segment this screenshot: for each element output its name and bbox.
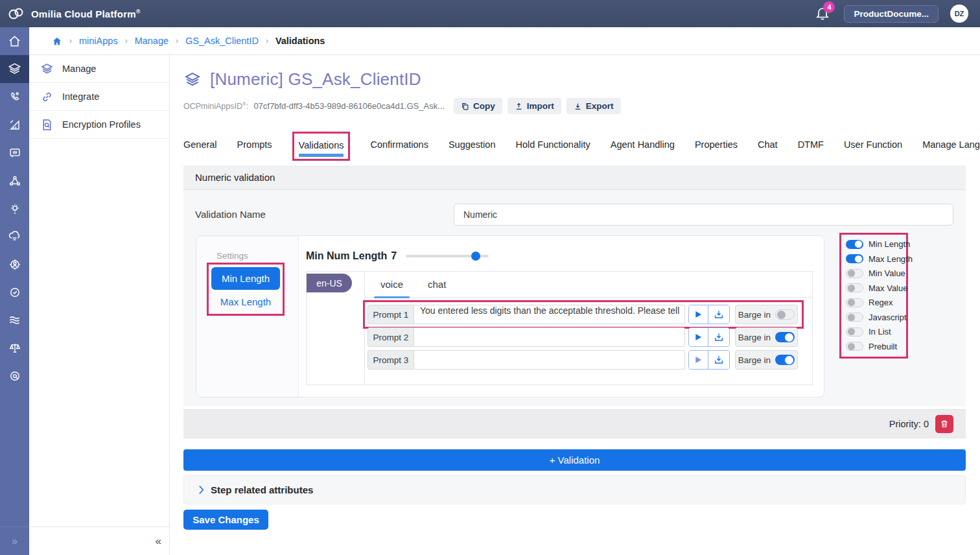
annotation-box-settings: Min Length Max Length — [207, 263, 285, 316]
barge-in-toggle-1[interactable] — [775, 309, 795, 320]
regex-toggle[interactable] — [846, 298, 863, 307]
sidebar-quality-badge-icon[interactable] — [0, 278, 29, 306]
sidebar-expand-button[interactable]: » — [0, 526, 29, 555]
prompt-3-chip: Prompt 3 — [368, 350, 414, 370]
annotation-box-validation-types: Min Length Max Length Min Value Max Valu… — [839, 233, 908, 359]
play-button[interactable] — [689, 351, 708, 369]
download-audio-button[interactable] — [708, 328, 729, 346]
sidebar-feedback-icon[interactable] — [0, 139, 29, 167]
brand-title: Omilia Cloud Platform® — [31, 8, 141, 19]
tab-dtmf[interactable]: DTMF — [798, 132, 824, 150]
prompt-2-input[interactable] — [414, 327, 685, 347]
upload-icon — [515, 102, 523, 111]
toggle-label: Max Value — [869, 283, 907, 293]
max-value-toggle[interactable] — [846, 283, 863, 292]
breadcrumb-home-icon[interactable] — [52, 36, 62, 46]
breadcrumb-link-miniapps[interactable]: miniApps — [79, 36, 118, 46]
tab-chat[interactable]: Chat — [758, 132, 778, 150]
sidebar-dialing-icon[interactable] — [0, 83, 29, 111]
sidebar-item-integrate[interactable]: Integrate — [29, 83, 169, 111]
sidebar-collapse-button[interactable]: « — [29, 526, 169, 555]
tab-voice[interactable]: voice — [380, 272, 403, 298]
import-button[interactable]: Import — [508, 98, 561, 114]
tab-validations[interactable]: Validations — [299, 140, 344, 150]
breadcrumb: › miniApps › Manage › GS_Ask_ClientID › … — [52, 36, 325, 46]
download-audio-button[interactable] — [708, 305, 729, 324]
tab-suggestion[interactable]: Suggestion — [449, 132, 496, 150]
sidebar-compliance-scale-icon[interactable] — [0, 334, 29, 362]
notifications-button[interactable]: 4 — [815, 5, 832, 22]
validation-name-input[interactable] — [454, 204, 953, 226]
min-value-toggle[interactable] — [846, 269, 863, 278]
account-button[interactable]: ProductDocume... — [844, 5, 939, 23]
min-num-length-slider[interactable] — [406, 252, 489, 261]
sidebar-item-encryption-profiles[interactable]: Encryption Profiles — [29, 111, 169, 139]
tab-general[interactable]: General — [183, 132, 217, 150]
toggle-row-regex: Regex — [846, 298, 902, 307]
sidebar-admin-settings-icon[interactable] — [0, 250, 29, 278]
active-tab-indicator — [299, 154, 344, 157]
sidebar-insights-icon[interactable] — [0, 195, 29, 222]
expand-chevrons-icon: » — [12, 536, 18, 547]
prompt-row-2: Prompt 2 — [368, 327, 798, 347]
play-button[interactable] — [689, 305, 708, 324]
toggle-row-min-length: Min Length — [846, 239, 902, 249]
barge-in-label: Barge in — [738, 310, 771, 320]
breadcrumb-link-miniapp[interactable]: GS_Ask_ClientID — [185, 36, 259, 46]
delete-validation-button[interactable] — [935, 415, 953, 433]
tab-properties[interactable]: Properties — [695, 132, 738, 150]
tab-validations-annotated[interactable]: Validations — [292, 132, 351, 161]
prompt-3-input[interactable] — [414, 350, 685, 370]
export-button[interactable]: Export — [566, 98, 621, 114]
tab-hold-functionality[interactable]: Hold Functionality — [515, 132, 590, 150]
prompt-row-3: Prompt 3 — [368, 350, 798, 370]
min-length-toggle[interactable] — [846, 240, 863, 249]
max-length-setting-link[interactable]: Max Length — [211, 292, 280, 311]
play-button[interactable] — [689, 328, 708, 346]
locale-column: en-US — [307, 272, 365, 384]
avatar[interactable]: DZ — [950, 5, 968, 23]
layers-icon — [40, 62, 54, 76]
tab-agent-handling[interactable]: Agent Handling — [611, 132, 675, 150]
sidebar-cloud-services-icon[interactable] — [0, 222, 29, 250]
sidebar-miniapps-icon[interactable] — [0, 55, 29, 83]
miniapps-id-value: 07cf7bfd-dff3-4b53-989d-86106e0ca4d1.GS_… — [253, 101, 445, 111]
slider-handle[interactable] — [471, 252, 480, 261]
sidebar-item-manage[interactable]: Manage — [29, 55, 169, 83]
sidebar-orchestrator-icon[interactable] — [0, 167, 29, 195]
download-tray-icon — [714, 309, 724, 320]
download-tray-icon — [714, 355, 724, 365]
barge-in-toggle-3[interactable] — [775, 355, 795, 365]
javascript-toggle[interactable] — [846, 313, 863, 322]
save-changes-button[interactable]: Save Changes — [183, 510, 268, 530]
copy-icon — [461, 102, 469, 111]
sidebar-support-icon[interactable] — [0, 362, 29, 390]
prebuilt-toggle[interactable] — [846, 342, 863, 351]
top-navbar: Omilia Cloud Platform® 4 ProductDocume..… — [0, 0, 980, 27]
max-length-toggle[interactable] — [846, 254, 863, 263]
tab-chat-channel[interactable]: chat — [428, 272, 446, 298]
miniapps-id-label: OCPminiAppsID®: — [183, 101, 248, 111]
sidebar-item-label: Integrate — [62, 91, 99, 102]
sidebar-home-icon[interactable] — [0, 27, 29, 55]
tab-manage-languages[interactable]: Manage Languages — [922, 132, 980, 150]
barge-in-toggle-2[interactable] — [775, 332, 795, 342]
add-validation-button[interactable]: + Validation — [183, 449, 966, 471]
in-list-toggle[interactable] — [846, 327, 863, 337]
tab-prompts[interactable]: Prompts — [237, 132, 272, 150]
tab-user-function[interactable]: User Function — [844, 132, 902, 150]
locale-tab-en-us[interactable]: en-US — [307, 274, 352, 292]
document-search-icon — [40, 118, 54, 132]
toggle-row-max-value: Max Value — [846, 283, 902, 293]
download-audio-button[interactable] — [708, 351, 729, 369]
icon-sidebar: » — [0, 27, 29, 555]
sidebar-design-icon[interactable] — [0, 111, 29, 139]
min-length-setting-button[interactable]: Min Length — [211, 267, 280, 290]
play-icon — [694, 333, 703, 342]
sidebar-flows-icon[interactable] — [0, 306, 29, 334]
step-related-attributes-expander[interactable]: Step related attributes — [183, 475, 966, 504]
copy-button[interactable]: Copy — [454, 98, 502, 114]
tab-confirmations[interactable]: Confirmations — [370, 132, 428, 150]
prompt-1-input[interactable]: You entered less digits than the accepta… — [414, 305, 685, 324]
breadcrumb-link-manage[interactable]: Manage — [135, 36, 169, 46]
